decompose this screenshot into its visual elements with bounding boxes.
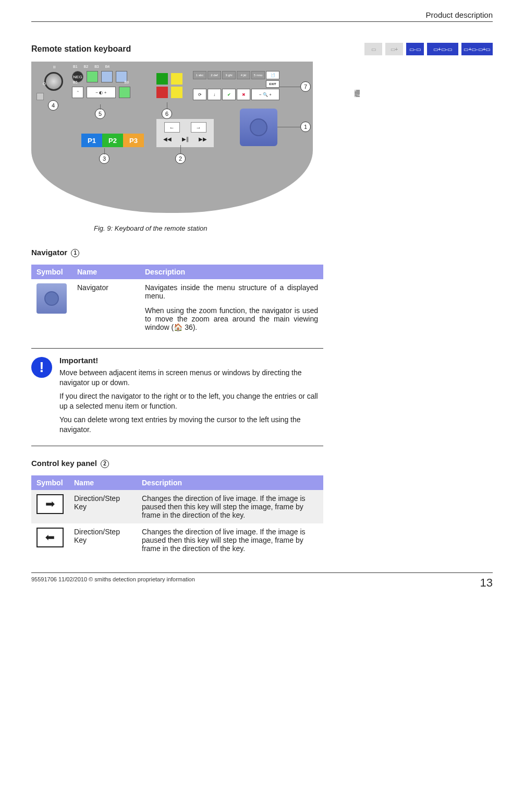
footer-left: 95591706 11/02/2010 © smiths detection p… (31, 576, 195, 590)
navigator-heading: Navigator 1 (31, 248, 493, 257)
ctrl-symbol-1: ➡ (31, 490, 69, 523)
section-heading: Remote station keyboard (31, 44, 131, 54)
p-key-group: P1 P2 P3 (81, 134, 144, 147)
mode-icon-3: ▭-▭ (406, 43, 424, 55)
color-keys-1 (156, 73, 182, 85)
media-key-panel: ← → ◀◀ ▶∥ ▶▶ (156, 119, 214, 147)
callout-3: 3 (99, 153, 109, 164)
alphanumeric-pad-keys: ⟳ ↓ ✔ ✖ − 🔍 + (193, 89, 279, 100)
important-note: ! Important! Move between adjacent items… (31, 348, 323, 447)
page-footer: 95591706 11/02/2010 © smiths detection p… (31, 572, 493, 590)
key-play-pause[interactable]: ▶∥ (179, 134, 191, 144)
mode-icon-strip: ▭ ▭+ ▭-▭ ▭+▭-▭ ▭+▭-▭+▭ (364, 43, 493, 55)
ctrl-symbol-2: ➡ (31, 523, 69, 557)
mode-icon-5: ▭+▭-▭+▭ (461, 43, 493, 55)
b-key-row-2: B5 B6 ⌃ − ◐ + (72, 87, 130, 98)
key-check[interactable]: ✔ (222, 89, 236, 100)
power-knob[interactable] (44, 72, 63, 91)
important-title: Important! (59, 356, 323, 365)
key-arrow-right[interactable]: → (191, 122, 206, 133)
mode-icon-1: ▭ (364, 43, 382, 55)
key-p2[interactable]: P2 (102, 134, 123, 147)
page-number: 13 (480, 576, 493, 590)
callout-2: 2 (175, 153, 186, 164)
navigator-center[interactable] (250, 118, 267, 136)
arrow-right-icon: ➡ (36, 494, 64, 514)
key-menu[interactable]: 📄 (266, 71, 279, 79)
important-p2: If you direct the navigator to the right… (59, 391, 323, 412)
key-b6[interactable] (119, 87, 130, 98)
callout-7: 7 (300, 81, 311, 92)
key-forward[interactable]: ▶▶ (197, 134, 209, 144)
key-cancel[interactable]: ✖ (237, 89, 250, 100)
navigator-desc: Navigates inside the menu structure of a… (140, 279, 323, 336)
header-title: Product description (426, 10, 493, 19)
navigator-pad[interactable] (240, 109, 277, 146)
page-header: Product description (31, 10, 493, 22)
control-panel-heading: Control key panel 2 (31, 459, 493, 468)
key-fn1[interactable]: ⟳ (193, 89, 206, 100)
key-green[interactable] (156, 73, 168, 85)
key-red[interactable] (156, 87, 168, 98)
ctrl-desc-2: Changes the direction of live image. If … (137, 523, 323, 557)
key-fn2[interactable]: ↓ (208, 89, 221, 100)
col-symbol: Symbol (31, 265, 72, 279)
mode-icon-4: ▭+▭-▭ (427, 43, 458, 55)
brightness-keys[interactable]: − ◐ + (87, 87, 116, 98)
col-name: Name (72, 265, 140, 279)
arrow-left-icon: ➡ (36, 528, 64, 547)
callout-5: 5 (95, 109, 105, 119)
ctrl-name-2: Direction/Step Key (69, 523, 137, 557)
callout-1: 1 (300, 122, 311, 132)
control-table: Symbol Name Description ➡ Direction/Step… (31, 475, 323, 557)
callout-4: 4 (48, 100, 58, 111)
key-switch[interactable] (36, 93, 44, 100)
key-yellow-1[interactable] (171, 73, 182, 85)
important-icon: ! (31, 357, 52, 378)
mode-icon-2: ▭+ (385, 43, 403, 55)
important-p1: Move between adjacent items in screen me… (59, 368, 323, 388)
figure-caption: Fig. 9: Keyboard of the remote station (94, 224, 493, 232)
ctrl-col-symbol: Symbol (31, 475, 69, 490)
key-rewind[interactable]: ◀◀ (162, 134, 173, 144)
navigator-heading-num: 1 (71, 249, 79, 257)
key-zoom[interactable]: − 🔍 + (251, 89, 279, 100)
key-p3[interactable]: P3 (123, 134, 144, 147)
key-yellow-2[interactable] (171, 87, 182, 98)
navigator-name: Navigator (72, 279, 140, 336)
key-b5[interactable]: ⌃ (72, 87, 83, 98)
important-p3: You can delete wrong text entries by mov… (59, 415, 323, 435)
color-keys-2 (156, 87, 182, 98)
ctrl-col-description: Description (137, 475, 323, 490)
col-description: Description (140, 265, 323, 279)
callout-6: 6 (162, 109, 172, 119)
navigator-table: Symbol Name Description Navigator Naviga… (31, 265, 323, 336)
navigator-symbol-cell (31, 279, 72, 336)
navigator-thumb-icon (36, 283, 67, 314)
ctrl-col-name: Name (69, 475, 137, 490)
ctrl-name-1: Direction/Step Key (69, 490, 137, 523)
keyboard-figure: II O B1 B2 B3 B4 NEG B5 B6 ⌃ − ◐ + (31, 62, 323, 218)
key-arrow-left[interactable]: ← (164, 122, 180, 133)
ctrl-desc-1: Changes the direction of live image. If … (137, 490, 323, 523)
key-p1[interactable]: P1 (81, 134, 102, 147)
key-exit[interactable]: EXIT (266, 80, 279, 88)
control-panel-heading-num: 2 (101, 460, 109, 468)
